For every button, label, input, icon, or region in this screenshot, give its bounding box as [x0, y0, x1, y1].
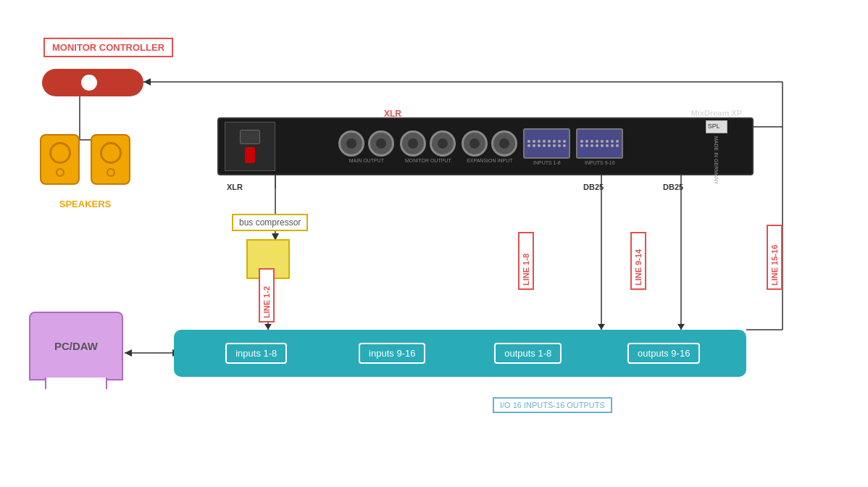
- io-section-inputs-1-8: inputs 1-8: [188, 343, 325, 364]
- io-section-outputs-9-16: outputs 9-16: [596, 343, 733, 364]
- io-caption-label: I/O 16 INPUTS-16 OUTPUTS: [493, 397, 612, 413]
- io-inputs-9-16: inputs 9-16: [359, 343, 425, 364]
- hw-power-section: [225, 122, 275, 171]
- hw-connectors-group: MAIN OUTPUT MONITOR OUTPUT EXPANSION INP…: [280, 128, 683, 165]
- hardware-unit: MAIN OUTPUT MONITOR OUTPUT EXPANSION INP…: [217, 117, 754, 175]
- monitor-controller-label: MONITOR CONTROLLER: [43, 38, 173, 57]
- speaker-woofer-left: [49, 142, 71, 164]
- hw-main-output-label: MAIN OUTPUT: [349, 158, 384, 163]
- speaker-tweeter-left: [56, 168, 64, 177]
- hw-power-socket: [240, 130, 260, 144]
- svg-marker-22: [125, 349, 132, 357]
- io-section-outputs-1-8: outputs 1-8: [460, 343, 596, 364]
- speaker-group: SPEAKERS: [40, 134, 130, 209]
- hw-xlr-main-output: MAIN OUTPUT: [338, 130, 394, 163]
- io-outputs-9-16: outputs 9-16: [627, 343, 700, 364]
- hw-xlr-expansion: EXPANSION INPUT: [462, 130, 517, 163]
- pcdaw-notch: [45, 378, 107, 389]
- svg-marker-10: [264, 324, 272, 330]
- hw-xlr-exp-1: [462, 130, 488, 157]
- bus-compressor-label: bus compressor: [232, 214, 308, 231]
- monitor-controller-body: [42, 69, 143, 96]
- hw-xlr-mon-l: [400, 130, 426, 157]
- hw-xlr-monitor-output: MONITOR OUTPUT: [400, 130, 456, 163]
- hw-xlr-main-l: [338, 130, 364, 157]
- line-label-1-8: LINE 1-8: [518, 232, 534, 290]
- io-outputs-1-8: outputs 1-8: [494, 343, 562, 364]
- hw-xlr-exp-2: [491, 130, 517, 157]
- monitor-controller-knob: [81, 75, 97, 91]
- speaker-right: [91, 134, 130, 185]
- pcdaw-body: PC/DAW: [29, 312, 123, 380]
- xlr-label-bottom: XLR: [227, 183, 243, 191]
- hw-db25-2: [576, 128, 623, 159]
- line-label-9-14: LINE 9-14: [630, 232, 646, 290]
- hw-brand-logo: SPL: [706, 120, 727, 133]
- io-section-inputs-9-16: inputs 9-16: [325, 343, 461, 364]
- hw-xlr-main-r: [368, 130, 394, 157]
- io-main-box: inputs 1-8 inputs 9-16 outputs 1-8 outpu…: [174, 330, 746, 377]
- svg-marker-12: [598, 324, 605, 330]
- db25-label-2: DB25: [663, 183, 683, 191]
- hw-db25-1-group: INPUTS 1-8: [523, 128, 570, 165]
- speaker-woofer-right: [100, 142, 122, 164]
- svg-marker-14: [677, 324, 685, 330]
- main-canvas: MONITOR CONTROLLER SPEAKERS PC/DAW: [0, 0, 868, 487]
- speaker-tweeter-right: [107, 168, 115, 177]
- hw-xlr-mon-r: [430, 130, 456, 157]
- speakers-label: SPEAKERS: [59, 199, 112, 209]
- line-label-15-16: LINE 15-16: [767, 225, 783, 290]
- io-inputs-1-8: inputs 1-8: [225, 343, 287, 364]
- xlr-label-top: XLR: [384, 109, 401, 119]
- hw-db25-2-label: INPUTS 9-16: [585, 160, 615, 165]
- svg-marker-20: [143, 78, 151, 86]
- db25-label-1: DB25: [583, 183, 604, 191]
- hw-made-in: MADE IN GERMANY: [714, 136, 719, 185]
- hw-db25-1: [523, 128, 570, 159]
- hw-monitor-output-label: MONITOR OUTPUT: [405, 158, 451, 163]
- hw-power-switch: [245, 147, 255, 163]
- hw-brand-name: MixDream XP: [691, 109, 742, 117]
- hw-db25-1-label: INPUTS 1-8: [533, 160, 561, 165]
- hw-expansion-label: EXPANSION INPUT: [467, 158, 512, 163]
- pcdaw-label: PC/DAW: [54, 340, 98, 352]
- line-label-1-2: LINE 1-2: [259, 268, 275, 322]
- hw-db25-2-group: INPUTS 9-16: [576, 128, 623, 165]
- hw-brand: MixDream XP SPL MADE IN GERMANY: [687, 109, 746, 185]
- speaker-left: [40, 134, 80, 185]
